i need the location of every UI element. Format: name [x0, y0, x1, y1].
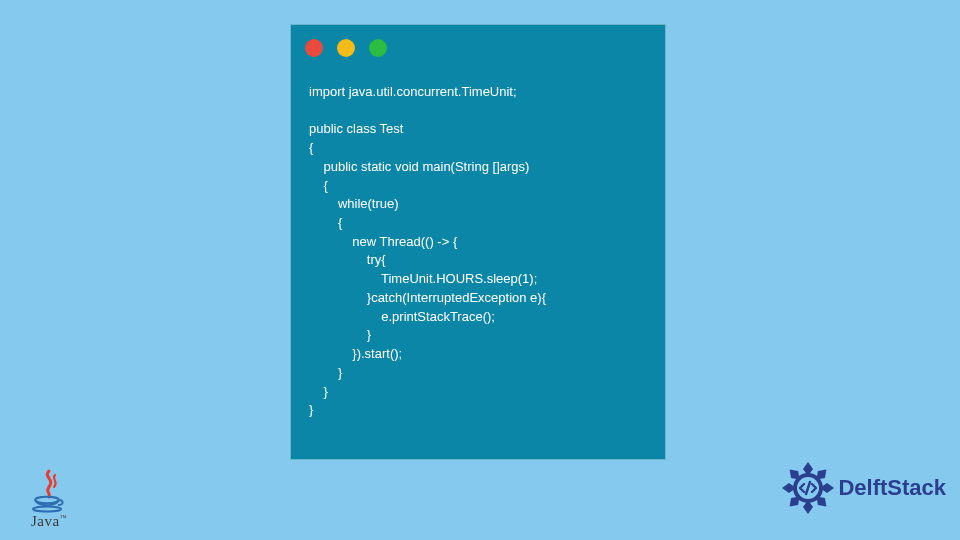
- java-label: Java™: [24, 513, 74, 530]
- minimize-icon[interactable]: [337, 39, 355, 57]
- delftstack-logo: DelftStack: [780, 460, 946, 516]
- code-block: import java.util.concurrent.TimeUnit; pu…: [291, 71, 665, 432]
- java-logo: Java™: [24, 469, 74, 530]
- java-cup-icon: [29, 469, 69, 513]
- close-icon[interactable]: [305, 39, 323, 57]
- stage: import java.util.concurrent.TimeUnit; pu…: [0, 0, 960, 540]
- delftstack-label: DelftStack: [838, 475, 946, 501]
- code-window: import java.util.concurrent.TimeUnit; pu…: [290, 24, 666, 460]
- java-tm: ™: [60, 514, 67, 522]
- java-label-text: Java: [31, 513, 60, 529]
- maximize-icon[interactable]: [369, 39, 387, 57]
- delftstack-badge-icon: [780, 460, 836, 516]
- window-controls: [305, 39, 387, 57]
- svg-point-1: [33, 506, 61, 511]
- svg-point-0: [35, 497, 59, 503]
